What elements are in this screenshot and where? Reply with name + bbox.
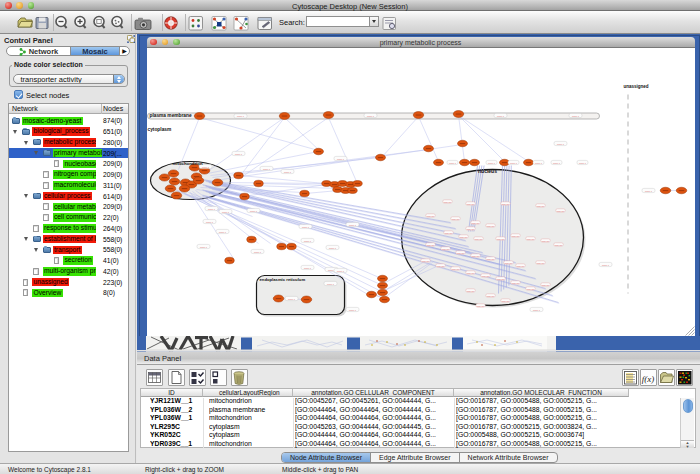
svg-text:xxxx x: xxxx x [510,161,518,164]
svg-text:xxxx x: xxxx x [219,230,227,233]
svg-text:xxxx x: xxxx x [304,266,312,269]
svg-text:xxxx x: xxxx x [349,223,357,226]
svg-text:xxxx x: xxxx x [602,263,610,266]
svg-text:xxx xx: xxx xx [472,254,480,257]
svg-text:xxxx x: xxxx x [349,308,357,311]
svg-text:xxxx x: xxxx x [553,161,561,164]
svg-text:xxx xx: xxx xx [467,227,475,230]
svg-text:xxxx x: xxxx x [235,152,243,155]
svg-text:xxx xx: xxx xx [497,237,505,240]
svg-text:xxxx x: xxxx x [579,161,587,164]
svg-text:xxxx x: xxxx x [206,220,214,223]
svg-text:xxx xx: xxx xx [472,221,480,224]
svg-text:xxx xx: xxx xx [542,283,550,286]
svg-text:xxx xx: xxx xx [452,267,460,270]
svg-text:mitochondrion: mitochondrion [172,161,202,166]
svg-text:xxx xx: xxx xx [422,259,430,262]
svg-text:xxxx x: xxxx x [288,297,296,300]
svg-text:xxxx x: xxxx x [449,161,457,164]
svg-text:xxxx x: xxxx x [284,170,292,173]
svg-text:xxx xx: xxx xx [497,277,505,280]
svg-text:xxx xx: xxx xx [502,299,510,302]
svg-text:xxxx x: xxxx x [367,114,375,117]
svg-text:xxxx x: xxxx x [645,189,653,192]
svg-text:xxx xx: xxx xx [437,264,445,267]
svg-text:xxxx x: xxxx x [202,165,210,168]
svg-text:xxx xx: xxx xx [537,204,545,207]
svg-text:xxx xx: xxx xx [542,239,550,242]
svg-text:xxxx x: xxxx x [250,209,258,212]
svg-text:xxxx x: xxxx x [533,308,541,311]
svg-text:xxx xx: xxx xx [517,264,525,267]
svg-text:xxx xx: xxx xx [487,294,495,297]
svg-text:xxxx x: xxxx x [263,167,271,170]
svg-text:xxx xx: xxx xx [502,202,510,205]
svg-text:xxx xx: xxx xx [460,235,468,238]
svg-text:xxx xx: xxx xx [452,217,460,220]
svg-text:xxx xx: xxx xx [445,231,453,234]
svg-text:xxxx x: xxxx x [329,246,337,249]
svg-text:xxx xx: xxx xx [537,261,545,264]
svg-text:xxxx x: xxxx x [337,269,345,272]
svg-text:xxxx x: xxxx x [208,207,216,210]
svg-text:xxx xx: xxx xx [487,224,495,227]
svg-text:xxx xx: xxx xx [555,243,563,246]
svg-text:xxx xx: xxx xx [457,251,465,254]
svg-text:xxxx x: xxxx x [535,161,543,164]
svg-text:xxxx x: xxxx x [222,210,230,213]
svg-text:xxx xx: xxx xx [467,289,475,292]
svg-text:xxx xx: xxx xx [467,271,475,274]
svg-text:xxx xx: xxx xx [482,274,490,277]
svg-text:xxxx x: xxxx x [327,282,335,285]
svg-text:xxx xx: xxx xx [557,209,565,212]
svg-text:xxxx x: xxxx x [557,142,565,145]
svg-text:xxx xx: xxx xx [475,237,483,240]
svg-text:xxx xx: xxx xx [487,257,495,260]
svg-text:xxxx x: xxxx x [337,157,345,160]
svg-text:xxx xx: xxx xx [427,243,435,246]
svg-text:xxx xx: xxx xx [527,287,535,290]
svg-text:xxx xx: xxx xx [527,237,535,240]
svg-text:cytoplasm: cytoplasm [147,126,171,131]
svg-text:xxxx x: xxxx x [304,239,312,242]
svg-text:endoplasmic reticulum: endoplasmic reticulum [259,277,305,282]
svg-text:xxxx x: xxxx x [572,114,580,117]
svg-text:f(x): f(x) [642,373,655,383]
svg-text:plasma membrane: plasma membrane [149,113,191,118]
svg-text:xxx xx: xxx xx [505,261,513,264]
svg-text:xxx xx: xxx xx [467,202,475,205]
svg-text:xxx xx: xxx xx [512,234,520,237]
svg-text:xxx xx: xxx xx [427,214,435,217]
svg-text:xxx xx: xxx xx [477,304,485,307]
svg-text:xxxx x: xxxx x [488,161,496,164]
svg-text:xxxx x: xxxx x [200,245,208,248]
svg-text:xxxx x: xxxx x [237,115,245,118]
svg-text:xxxx x: xxxx x [302,225,310,228]
svg-text:xxx xx: xxx xx [442,247,450,250]
svg-text:xxx xx: xxx xx [512,281,520,284]
svg-text:nucleus: nucleus [478,168,497,174]
svg-text:unassigned: unassigned [623,83,648,88]
svg-text:xxxx x: xxxx x [497,114,505,117]
svg-text:xxxx x: xxxx x [254,250,262,253]
svg-text:xxx xx: xxx xx [444,200,452,203]
